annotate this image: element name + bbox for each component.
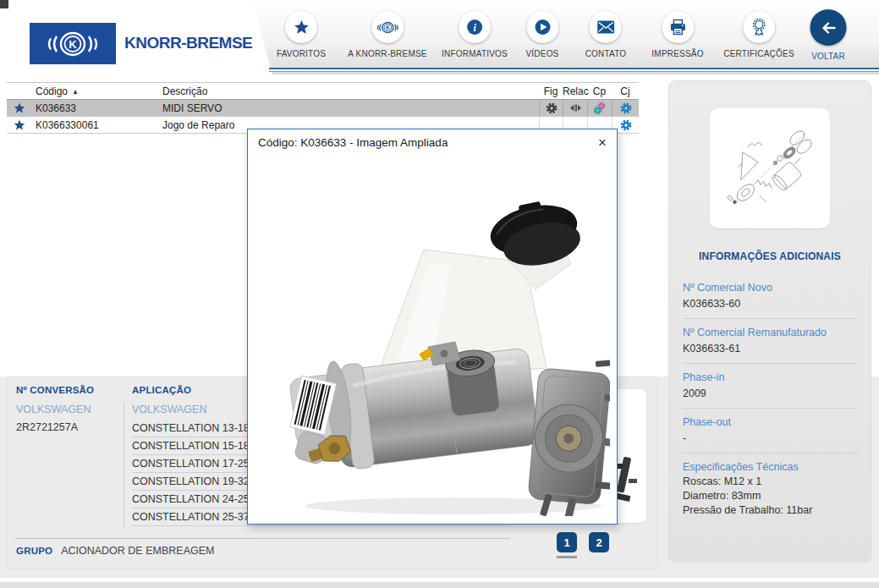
cp-gears-icon[interactable] (593, 102, 607, 115)
favorite-star-icon[interactable] (14, 102, 25, 114)
conversao-title: Nº CONVERSÃO (16, 385, 94, 395)
cp-gear-teal-icon (593, 106, 602, 115)
knorr-bremse-logo[interactable]: K (30, 23, 116, 64)
mail-icon (597, 20, 615, 34)
sort-asc-icon: ▲ (72, 88, 79, 96)
grupo-label: GRUPO (16, 546, 52, 556)
certificate-icon (750, 18, 767, 36)
footer-gray-strip (0, 582, 879, 588)
column-header-descricao[interactable]: Descrição (159, 85, 539, 97)
nav-certificacoes[interactable]: CERTIFICAÇÕES (723, 11, 794, 58)
column-header-codigo[interactable]: Código▲ (32, 85, 159, 97)
nav-label: CERTIFICAÇÕES (723, 49, 794, 58)
grupo-divider (15, 538, 510, 539)
kb-emblem-icon: K (376, 20, 399, 35)
row-codigo: K0366330061 (32, 119, 159, 131)
svg-text:K: K (69, 38, 77, 51)
nav-label: FAVORITOS (277, 49, 326, 58)
nav-label: INFORMATIVOS (442, 49, 508, 58)
nav-label: IMPRESSÃO (651, 49, 703, 58)
nav-label: CONTATO (585, 49, 627, 58)
nav-label: A KNORR-BREMSE (348, 49, 426, 58)
sidebar-title: INFORMAÇÕES ADICIONAIS (669, 250, 871, 262)
fig-gear-icon[interactable] (546, 102, 558, 114)
cj-gear-icon[interactable] (620, 102, 632, 114)
row-codigo: K036633 (32, 102, 159, 114)
modal-title: Código: K036633 - Imagem Ampliada (248, 129, 617, 152)
table-row[interactable]: K036633 MIDI SERVO (7, 100, 639, 117)
nav-label: VOLTAR (811, 52, 845, 61)
nav-informativos[interactable]: i INFORMATIVOS (442, 11, 508, 58)
aplicacao-title: APLICAÇÃO (132, 385, 191, 395)
nav-voltar[interactable]: VOLTAR (810, 9, 847, 61)
nav-videos[interactable]: VÍDEOS (526, 11, 559, 58)
exploded-diagram-thumbnail[interactable] (710, 108, 830, 228)
nav-favoritos[interactable]: FAVORITOS (277, 11, 326, 58)
field-phase-out: Phase-out - (683, 409, 857, 453)
product-photo (255, 152, 610, 516)
info-icon: i (466, 19, 483, 36)
aplicacao-brand: VOLKSWAGEN (132, 404, 206, 415)
knorr-bremse-catalog-page: K KNORR-BREMSE FAVORITOS K A KNORR-BREMS… (0, 0, 879, 588)
sidebar-fields: Nº Comercial Novo K036633-60 Nº Comercia… (669, 271, 871, 516)
brand-wordmark: KNORR-BREMSE (124, 34, 252, 52)
field-especificacoes: Especificações Técnicas Roscas: M12 x 1 … (683, 453, 857, 516)
favorite-star-icon[interactable] (14, 119, 25, 131)
column-header-fig: Fig (539, 85, 563, 97)
field-comercial-remanufaturado: Nº Comercial Remanufaturado K036633-61 (683, 319, 857, 364)
corner-square (0, 0, 8, 8)
back-arrow-icon (819, 19, 838, 36)
nav-contato[interactable]: CONTATO (585, 11, 627, 58)
page-button-1[interactable]: 1 (557, 532, 577, 552)
star-icon (293, 19, 309, 36)
table-header-row: Código▲ Descrição Fig Relac Cp Cj (7, 82, 639, 100)
nav-a-knorr-bremse[interactable]: K A KNORR-BREMSE (348, 11, 426, 58)
column-header-cp: Cp (587, 85, 612, 97)
nav-label: VÍDEOS (526, 49, 559, 58)
column-header-cj: Cj (612, 85, 639, 97)
nav-impressao[interactable]: IMPRESSÃO (651, 11, 703, 58)
conversao-brand: VOLKSWAGEN (16, 404, 91, 415)
column-divider (124, 402, 124, 527)
field-phase-in: Phase-in 2009 (683, 364, 857, 409)
relac-icon[interactable] (569, 102, 582, 114)
grupo-value: ACIONADOR DE EMBREAGEM (61, 545, 214, 557)
additional-info-sidebar: INFORMAÇÕES ADICIONAIS Nº Comercial Novo… (668, 80, 871, 563)
exploded-diagram-drawing (719, 118, 821, 219)
row-descricao: MIDI SERVO (159, 102, 539, 114)
column-header-relac: Relac (563, 85, 587, 97)
knorr-bremse-emblem-icon: K (42, 30, 103, 58)
image-modal: Código: K036633 - Imagem Ampliada × (247, 129, 618, 525)
results-table: Código▲ Descrição Fig Relac Cp Cj K03663… (7, 82, 639, 134)
pagination-active-indicator (557, 556, 577, 558)
svg-text:K: K (386, 25, 390, 30)
cj-gear-icon[interactable] (620, 119, 632, 131)
printer-icon (669, 19, 686, 36)
grupo-row: GRUPO ACIONADOR DE EMBREAGEM (16, 545, 214, 557)
conversao-code: 2R2721257A (16, 421, 78, 433)
pagination: 1 2 (557, 532, 609, 552)
page-button-2[interactable]: 2 (589, 532, 609, 552)
header-blue-divider (269, 68, 879, 73)
field-comercial-novo: Nº Comercial Novo K036633-60 (683, 274, 857, 319)
play-icon (534, 19, 551, 36)
close-icon[interactable]: × (598, 135, 607, 150)
